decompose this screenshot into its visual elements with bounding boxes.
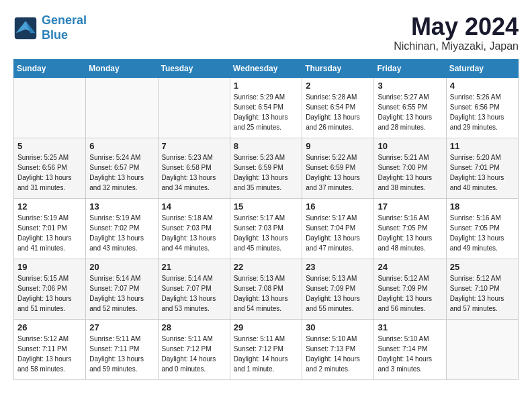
calendar-week-row: 5Sunrise: 5:25 AM Sunset: 6:56 PM Daylig… (14, 138, 519, 198)
calendar-day-cell: 26Sunrise: 5:12 AM Sunset: 7:11 PM Dayli… (14, 319, 86, 379)
day-number: 28 (162, 322, 226, 332)
day-info: Sunrise: 5:11 AM Sunset: 7:12 PM Dayligh… (162, 334, 226, 374)
weekday-header-cell: Thursday (302, 59, 374, 77)
day-info: Sunrise: 5:23 AM Sunset: 6:59 PM Dayligh… (234, 152, 298, 193)
weekday-header-cell: Friday (374, 59, 446, 77)
day-number: 27 (89, 322, 154, 332)
day-number: 31 (378, 322, 442, 332)
calendar-day-cell: 20Sunrise: 5:14 AM Sunset: 7:07 PM Dayli… (86, 259, 158, 319)
day-number: 10 (378, 141, 442, 151)
day-info: Sunrise: 5:10 AM Sunset: 7:13 PM Dayligh… (306, 334, 370, 374)
day-number: 8 (234, 141, 298, 151)
day-number: 9 (306, 141, 370, 151)
calendar-day-cell: 21Sunrise: 5:14 AM Sunset: 7:07 PM Dayli… (158, 259, 230, 319)
day-info: Sunrise: 5:10 AM Sunset: 7:14 PM Dayligh… (378, 334, 442, 374)
day-number: 13 (89, 201, 154, 212)
calendar-day-cell: 2Sunrise: 5:28 AM Sunset: 6:54 PM Daylig… (302, 77, 374, 138)
day-number: 6 (89, 141, 154, 151)
month-year: May 2024 (394, 13, 519, 40)
day-info: Sunrise: 5:29 AM Sunset: 6:54 PM Dayligh… (234, 92, 298, 132)
calendar-day-cell: 8Sunrise: 5:23 AM Sunset: 6:59 PM Daylig… (230, 138, 302, 198)
calendar-day-cell: 23Sunrise: 5:13 AM Sunset: 7:09 PM Dayli… (302, 259, 374, 319)
calendar-day-cell: 18Sunrise: 5:16 AM Sunset: 7:05 PM Dayli… (446, 198, 518, 259)
calendar-day-cell: 4Sunrise: 5:26 AM Sunset: 6:56 PM Daylig… (446, 77, 518, 138)
day-info: Sunrise: 5:14 AM Sunset: 7:07 PM Dayligh… (162, 273, 226, 314)
calendar-day-cell: 17Sunrise: 5:16 AM Sunset: 7:05 PM Dayli… (374, 198, 446, 259)
calendar-day-cell (86, 77, 158, 138)
day-number: 18 (450, 201, 515, 212)
day-info: Sunrise: 5:12 AM Sunset: 7:10 PM Dayligh… (450, 273, 515, 314)
day-number: 17 (378, 201, 442, 212)
day-number: 15 (234, 201, 298, 212)
calendar-day-cell: 25Sunrise: 5:12 AM Sunset: 7:10 PM Dayli… (446, 259, 518, 319)
weekday-header-cell: Saturday (446, 59, 518, 77)
day-info: Sunrise: 5:13 AM Sunset: 7:08 PM Dayligh… (234, 273, 298, 314)
day-number: 30 (306, 322, 370, 332)
day-info: Sunrise: 5:12 AM Sunset: 7:11 PM Dayligh… (17, 334, 82, 374)
day-number: 2 (306, 81, 370, 91)
day-info: Sunrise: 5:27 AM Sunset: 6:55 PM Dayligh… (378, 92, 442, 132)
day-number: 4 (450, 81, 515, 91)
day-number: 26 (17, 322, 82, 332)
weekday-header-cell: Monday (86, 59, 158, 77)
calendar-day-cell: 9Sunrise: 5:22 AM Sunset: 6:59 PM Daylig… (302, 138, 374, 198)
day-number: 7 (162, 141, 226, 151)
calendar-day-cell: 14Sunrise: 5:18 AM Sunset: 7:03 PM Dayli… (158, 198, 230, 259)
title-area: May 2024 Nichinan, Miyazaki, Japan (394, 13, 519, 52)
calendar-day-cell (446, 319, 518, 379)
calendar-day-cell: 19Sunrise: 5:15 AM Sunset: 7:06 PM Dayli… (14, 259, 86, 319)
day-info: Sunrise: 5:19 AM Sunset: 7:01 PM Dayligh… (17, 213, 82, 253)
day-number: 12 (17, 201, 82, 212)
day-info: Sunrise: 5:16 AM Sunset: 7:05 PM Dayligh… (450, 213, 515, 253)
day-info: Sunrise: 5:11 AM Sunset: 7:11 PM Dayligh… (89, 334, 154, 374)
calendar-day-cell: 27Sunrise: 5:11 AM Sunset: 7:11 PM Dayli… (86, 319, 158, 379)
day-number: 19 (17, 262, 82, 272)
calendar-week-row: 19Sunrise: 5:15 AM Sunset: 7:06 PM Dayli… (14, 259, 519, 319)
day-number: 29 (234, 322, 298, 332)
day-info: Sunrise: 5:16 AM Sunset: 7:05 PM Dayligh… (378, 213, 442, 253)
calendar-body: 1Sunrise: 5:29 AM Sunset: 6:54 PM Daylig… (14, 77, 519, 379)
calendar-week-row: 12Sunrise: 5:19 AM Sunset: 7:01 PM Dayli… (14, 198, 519, 259)
day-info: Sunrise: 5:19 AM Sunset: 7:02 PM Dayligh… (89, 213, 154, 253)
day-info: Sunrise: 5:22 AM Sunset: 6:59 PM Dayligh… (306, 152, 370, 193)
day-info: Sunrise: 5:23 AM Sunset: 6:58 PM Dayligh… (162, 152, 226, 193)
day-info: Sunrise: 5:20 AM Sunset: 7:01 PM Dayligh… (450, 152, 515, 193)
calendar-day-cell: 10Sunrise: 5:21 AM Sunset: 7:00 PM Dayli… (374, 138, 446, 198)
calendar-week-row: 26Sunrise: 5:12 AM Sunset: 7:11 PM Dayli… (14, 319, 519, 379)
weekday-header-cell: Wednesday (230, 59, 302, 77)
day-info: Sunrise: 5:24 AM Sunset: 6:57 PM Dayligh… (89, 152, 154, 193)
calendar-day-cell: 3Sunrise: 5:27 AM Sunset: 6:55 PM Daylig… (374, 77, 446, 138)
header: General Blue May 2024 Nichinan, Miyazaki… (13, 13, 519, 52)
calendar-day-cell: 1Sunrise: 5:29 AM Sunset: 6:54 PM Daylig… (230, 77, 302, 138)
calendar-day-cell: 31Sunrise: 5:10 AM Sunset: 7:14 PM Dayli… (374, 319, 446, 379)
calendar-day-cell (14, 77, 86, 138)
calendar-day-cell: 13Sunrise: 5:19 AM Sunset: 7:02 PM Dayli… (86, 198, 158, 259)
day-number: 14 (162, 201, 226, 212)
day-number: 22 (234, 262, 298, 272)
calendar-day-cell: 11Sunrise: 5:20 AM Sunset: 7:01 PM Dayli… (446, 138, 518, 198)
day-number: 16 (306, 201, 370, 212)
day-info: Sunrise: 5:17 AM Sunset: 7:04 PM Dayligh… (306, 213, 370, 253)
day-info: Sunrise: 5:14 AM Sunset: 7:07 PM Dayligh… (89, 273, 154, 314)
calendar-day-cell: 7Sunrise: 5:23 AM Sunset: 6:58 PM Daylig… (158, 138, 230, 198)
calendar-day-cell: 22Sunrise: 5:13 AM Sunset: 7:08 PM Dayli… (230, 259, 302, 319)
weekday-header-cell: Sunday (14, 59, 86, 77)
weekday-header-row: SundayMondayTuesdayWednesdayThursdayFrid… (14, 59, 519, 77)
day-info: Sunrise: 5:11 AM Sunset: 7:12 PM Dayligh… (234, 334, 298, 374)
calendar-day-cell: 28Sunrise: 5:11 AM Sunset: 7:12 PM Dayli… (158, 319, 230, 379)
day-number: 24 (378, 262, 442, 272)
day-number: 23 (306, 262, 370, 272)
logo-icon (13, 16, 38, 40)
calendar-day-cell: 24Sunrise: 5:12 AM Sunset: 7:09 PM Dayli… (374, 259, 446, 319)
day-number: 11 (450, 141, 515, 151)
calendar-day-cell: 15Sunrise: 5:17 AM Sunset: 7:03 PM Dayli… (230, 198, 302, 259)
day-number: 3 (378, 81, 442, 91)
day-info: Sunrise: 5:28 AM Sunset: 6:54 PM Dayligh… (306, 92, 370, 132)
day-info: Sunrise: 5:21 AM Sunset: 7:00 PM Dayligh… (378, 152, 442, 193)
day-number: 21 (162, 262, 226, 272)
weekday-header-cell: Tuesday (158, 59, 230, 77)
day-info: Sunrise: 5:26 AM Sunset: 6:56 PM Dayligh… (450, 92, 515, 132)
calendar-table: SundayMondayTuesdayWednesdayThursdayFrid… (13, 59, 519, 380)
day-number: 25 (450, 262, 515, 272)
logo-text: General Blue (42, 13, 87, 42)
